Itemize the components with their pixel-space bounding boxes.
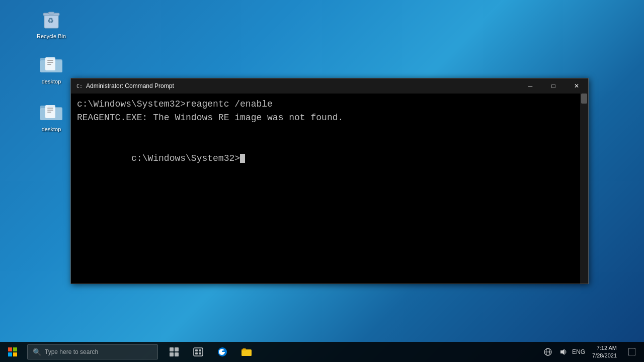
svg-rect-24: [170, 347, 174, 351]
svg-rect-10: [47, 64, 51, 65]
cmd-window: C:\ Administrator: Command Prompt ─ □ ✕ …: [70, 78, 589, 284]
svg-rect-27: [175, 352, 179, 356]
cmd-line-3: [77, 125, 574, 138]
cmd-scrollbar-thumb: [581, 94, 587, 104]
svg-rect-37: [243, 348, 246, 350]
cmd-body[interactable]: c:\Windows\System32>reagentc /enable REA…: [71, 94, 588, 284]
system-clock[interactable]: 7:12 AM 7/28/2021: [588, 344, 621, 360]
recycle-bin-label: Recycle Bin: [37, 33, 66, 40]
svg-rect-23: [13, 352, 17, 356]
cmd-cursor: [240, 154, 245, 163]
svg-rect-25: [175, 347, 179, 351]
svg-rect-29: [195, 349, 198, 351]
language-globe-icon[interactable]: [542, 346, 554, 358]
notification-button[interactable]: [624, 342, 640, 362]
cmd-scrollbar[interactable]: [580, 94, 588, 284]
taskbar-app-taskview[interactable]: [162, 342, 186, 362]
maximize-button[interactable]: □: [542, 78, 565, 94]
cmd-titlebar-icon: C:\: [75, 82, 83, 90]
desktop: ♻ Recycle Bin desktop: [0, 0, 644, 342]
cmd-line-1: c:\Windows\System32>reagentc /enable: [77, 98, 574, 111]
desktop-icon-1-label: desktop: [42, 78, 61, 85]
desktop-icon-2[interactable]: desktop: [31, 98, 71, 135]
svg-rect-16: [47, 110, 53, 111]
svg-rect-21: [13, 347, 17, 351]
svg-rect-28: [194, 348, 203, 356]
close-button[interactable]: ✕: [565, 78, 588, 94]
search-placeholder: Type here to search: [45, 348, 98, 355]
svg-rect-36: [242, 350, 252, 356]
desktop-icon-1-image: [39, 52, 63, 76]
desktop-icon-2-image: [39, 100, 63, 124]
taskbar-app-explorer[interactable]: [234, 342, 259, 362]
taskbar-app-taskmanager[interactable]: [186, 342, 210, 362]
svg-rect-17: [47, 112, 51, 113]
system-tray: ENG 7:12 AM 7/28/2021: [538, 342, 644, 362]
start-button[interactable]: [0, 342, 25, 362]
svg-rect-20: [8, 347, 12, 351]
svg-rect-31: [195, 352, 198, 354]
svg-rect-22: [8, 352, 12, 356]
svg-marker-41: [560, 349, 565, 355]
cmd-line-2: REAGENTC.EXE: The Windows RE image was n…: [77, 111, 574, 125]
cmd-title-text: Administrator: Command Prompt: [86, 82, 584, 89]
clock-date: 7/28/2021: [592, 352, 617, 359]
svg-rect-32: [199, 352, 201, 354]
svg-rect-8: [47, 60, 53, 61]
svg-rect-9: [47, 62, 53, 63]
taskbar-app-edge[interactable]: [210, 342, 234, 362]
svg-rect-42: [628, 348, 635, 355]
svg-rect-15: [47, 108, 53, 109]
svg-rect-2: [48, 12, 54, 14]
taskbar-apps: [162, 342, 259, 362]
svg-rect-30: [199, 349, 201, 351]
search-icon: 🔍: [33, 348, 41, 356]
speaker-icon[interactable]: [557, 346, 569, 358]
recycle-bin-image: ♻: [39, 7, 63, 31]
cmd-line-4: c:\Windows\System32>: [77, 138, 574, 179]
svg-text:♻: ♻: [47, 17, 54, 25]
clock-time: 7:12 AM: [597, 344, 617, 352]
svg-text:C:\: C:\: [76, 83, 83, 89]
cmd-titlebar: C:\ Administrator: Command Prompt ─ □ ✕: [71, 78, 588, 94]
minimize-button[interactable]: ─: [519, 78, 542, 94]
svg-rect-26: [170, 352, 174, 356]
desktop-icon-2-label: desktop: [42, 126, 61, 133]
recycle-bin-icon[interactable]: ♻ Recycle Bin: [31, 5, 71, 42]
desktop-icon-1[interactable]: desktop: [31, 50, 71, 87]
taskbar: 🔍 Type here to search: [0, 342, 644, 362]
search-bar[interactable]: 🔍 Type here to search: [27, 344, 158, 359]
language-label[interactable]: ENG: [572, 348, 585, 355]
cmd-titlebar-buttons: ─ □ ✕: [519, 78, 588, 94]
